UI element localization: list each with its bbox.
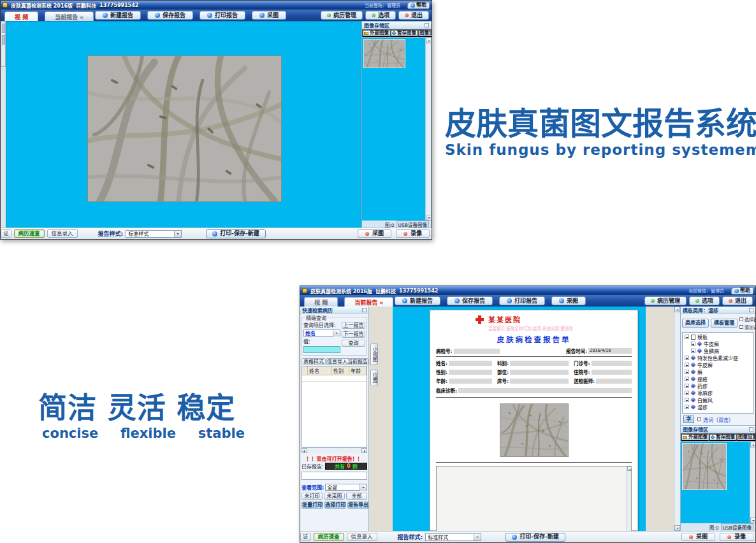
image-store-list[interactable] [681,442,755,523]
scroll-up-icon[interactable] [750,442,755,447]
sample-no-value[interactable] [454,349,500,354]
tree-expander-icon[interactable] [685,377,689,381]
records-manage-button[interactable]: 病历管理 [321,11,363,20]
tree-expander-icon[interactable] [691,349,695,353]
records-manage-button[interactable]: 病历管理 [644,296,687,305]
tree-expander-icon[interactable] [685,405,689,409]
scroll-up-icon[interactable] [426,38,431,43]
captured-image-thumbnail[interactable] [363,39,405,68]
image-store-list[interactable] [362,38,431,221]
notes-scrollbar[interactable] [627,467,631,531]
chevron-down-icon[interactable] [333,330,340,337]
table-hscrollbar[interactable] [302,447,367,453]
options-button[interactable]: 选项 [689,296,720,305]
panel-box-icon[interactable] [362,308,367,312]
chevron-down-icon[interactable] [474,534,481,540]
query-value-input[interactable] [303,346,340,353]
doctor-value[interactable] [596,379,632,384]
chevron-down-icon[interactable] [360,484,367,491]
panel-box-icon[interactable] [749,427,753,431]
tab-current-report[interactable]: 当前报告 « [45,11,94,21]
import-to-report-button[interactable]: 信息导入当前报告 [326,358,368,365]
scroll-left-icon[interactable] [302,448,307,453]
view-range-select[interactable]: 全部 [325,484,367,491]
scroll-down-icon[interactable] [426,215,431,221]
scroll-up-icon[interactable] [674,307,680,312]
filter-unprinted-button[interactable]: 未打印 [302,493,323,500]
tree-expander-icon[interactable] [691,342,695,346]
store-scrollbar[interactable] [750,442,755,523]
capture-image-button[interactable]: 采图 [252,11,286,20]
tree-item[interactable]: 牛皮癣 [683,361,753,368]
capture-button[interactable]: 采图 [681,533,715,541]
record-button[interactable]: 录像 [720,533,753,541]
scroll-down-icon[interactable] [750,518,755,523]
capture-button[interactable]: 采图 [358,229,391,238]
exit-button[interactable]: 退出 [398,11,429,20]
captured-image-thumbnail[interactable] [682,443,727,490]
batch-print-button[interactable]: 批量打印 [302,502,323,509]
export-report-button[interactable]: 报告导出 [347,502,369,509]
tree-expander-icon[interactable] [685,356,689,360]
save-report-button[interactable]: 保存报告 [447,296,493,305]
report-style-select[interactable]: 标准样式 [425,533,481,541]
chevron-down-icon[interactable] [174,231,181,237]
table-row[interactable] [302,375,367,382]
new-report-button[interactable]: 新建报告 [395,296,440,305]
query-field-select[interactable]: 姓名 [303,329,340,337]
gender-value[interactable] [449,370,492,375]
age-value[interactable] [449,379,492,384]
template-manage-button[interactable]: 模板管理 [711,319,738,328]
video-side-toolbar[interactable] [1,21,6,67]
scroll-down-icon[interactable] [674,525,680,531]
tab-video[interactable]: 视 频 [304,297,338,307]
options-button[interactable]: 选项 [365,11,396,20]
temp-images-button[interactable]: 暂存图像 [709,433,736,441]
help-button[interactable]: 帮助 [407,2,430,9]
panel-box-icon[interactable] [425,23,429,27]
image-settings-button[interactable]: 图像设置 [418,29,432,37]
mini-view-tab[interactable]: 小视图 [370,344,378,365]
edge-button[interactable]: 证 [300,533,311,541]
bed-no-value[interactable] [510,379,569,384]
print-report-button[interactable]: 打印报告 [499,296,545,305]
new-report-button[interactable]: 新建报告 [95,11,141,20]
capture-image-button[interactable]: 采图 [551,296,586,305]
filter-uncaptured-button[interactable]: 未采图 [324,493,345,500]
tree-item[interactable]: 湿疹 [683,403,753,410]
tree-item[interactable]: 荨麻疹 [683,389,753,396]
print-save-new-button[interactable]: 打印-保存-新建 [206,229,265,238]
prev-report-button[interactable]: 上一报告 [342,322,365,329]
tree-item[interactable]: 药疹 [683,382,753,389]
store-scrollbar[interactable] [425,38,431,221]
site-value[interactable] [510,370,569,375]
image-settings-button[interactable]: 图像设置 [736,433,756,441]
report-date-value[interactable]: 2016/4/18 [588,348,632,354]
tree-item[interactable]: 痤疮 [683,375,753,382]
table-style-button[interactable]: 表格样式 [302,358,326,365]
tree-item[interactable]: 模板 [683,333,753,340]
library-select-button[interactable]: 类库选择 [682,319,709,328]
word-button[interactable]: 字 [683,416,694,423]
usb-source-label[interactable]: USB设备图像 [721,523,753,532]
patient-result-table[interactable]: 姓名 性别 年龄 [302,366,367,447]
document-scrollbar[interactable] [674,307,680,531]
diagnosis-value[interactable] [458,388,632,393]
quick-search-button[interactable]: 病历速查 [314,533,344,541]
report-findings-textarea[interactable] [436,466,632,531]
tab-current-report[interactable]: 当前报告 « [344,297,393,307]
query-button[interactable]: 查询 [342,340,365,347]
tree-expander-icon[interactable] [685,363,689,367]
titlebar[interactable]: 皮肤真菌检测系统 2016版 巨鹏科技 13775991542 当前登陆：管理员… [1,1,432,10]
print-save-new-button[interactable]: 打印-保存-新建 [505,533,565,542]
tree-expander-icon[interactable] [685,398,689,402]
scroll-right-icon[interactable] [361,448,367,453]
quick-search-button[interactable]: 病历速查 [14,229,45,238]
tree-expander-icon[interactable] [685,335,689,339]
report-filter-input[interactable] [302,472,367,480]
filter-all-button[interactable]: 全部 [346,493,367,500]
inpatient-no-value[interactable] [592,370,632,375]
tree-expander-icon[interactable] [685,384,689,388]
save-report-button[interactable]: 保存报告 [147,11,193,20]
selector-checkbox[interactable]: 选择器 [739,316,756,322]
